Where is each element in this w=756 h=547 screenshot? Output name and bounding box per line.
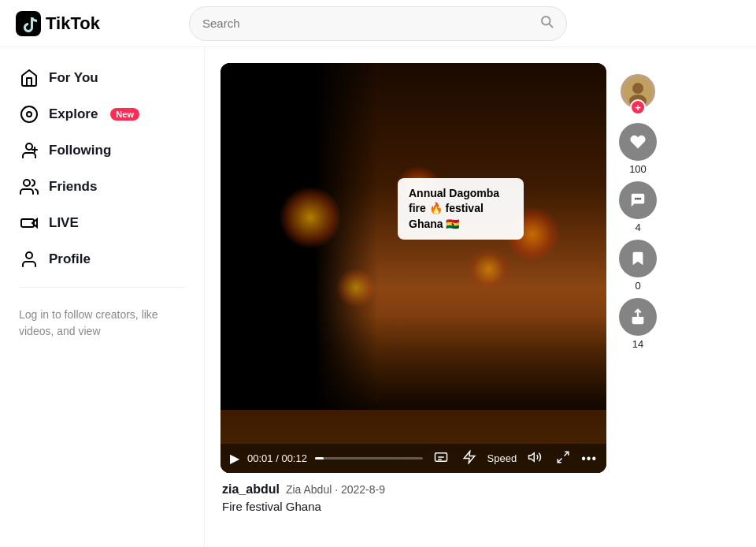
fullscreen-icon [556,450,570,464]
logo-area: TikTok [16,11,173,36]
creator-fullname: Zia Abdul · 2022-8-9 [286,483,385,496]
more-options-button[interactable]: ••• [581,452,597,466]
sidebar-item-for-you[interactable]: For You [0,60,204,96]
video-meta-top: zia_abdul Zia Abdul · 2022-8-9 [222,482,739,497]
sidebar-label-profile: Profile [49,251,91,267]
sidebar-item-friends[interactable]: Friends [0,169,204,205]
comment-count: 4 [635,221,640,233]
captions-icon [434,450,448,464]
svg-line-18 [558,459,561,463]
svg-point-24 [639,198,641,200]
svg-point-23 [637,198,639,200]
video-card: Annual Dagomba fire 🔥 festival Ghana 🇬🇭 … [220,63,740,531]
sidebar-item-explore[interactable]: Explore New [0,96,204,132]
bookmark-icon-circle [619,240,657,277]
speed-label[interactable]: Speed [487,452,517,464]
creator-avatar-wrap[interactable]: + [619,73,657,110]
svg-line-17 [565,452,569,456]
search-bar-container [173,6,583,41]
like-count: 100 [629,163,647,175]
logo-text: TikTok [46,13,100,34]
svg-point-5 [26,143,32,150]
effects-icon [462,450,476,464]
bookmark-icon [629,250,647,267]
live-icon [19,213,39,233]
share-icon [629,308,647,326]
side-actions: + 100 4 [619,63,657,473]
search-bar [189,6,567,41]
search-icon [539,14,554,28]
progress-fill [315,457,324,460]
svg-marker-16 [529,453,535,462]
svg-line-2 [549,24,552,27]
fire-glow-4 [336,268,376,307]
svg-point-4 [27,112,32,117]
svg-marker-15 [464,452,475,463]
explore-icon [19,104,39,125]
play-button[interactable]: ▶ [230,451,239,466]
search-button[interactable] [539,14,554,32]
follow-plus-button[interactable]: + [630,99,646,115]
tiktok-logo-icon [16,11,41,36]
comment-button[interactable]: 4 [619,181,657,233]
share-count: 14 [632,338,643,350]
sidebar-label-following: Following [49,143,111,158]
sidebar-divider [19,287,185,288]
heart-icon [629,133,647,151]
comment-icon-circle [619,181,657,219]
svg-point-11 [26,252,32,259]
sidebar-label-friends: Friends [49,179,97,195]
explore-badge: New [110,108,139,121]
bookmark-button[interactable]: 0 [619,240,657,292]
crowd-layer [220,315,606,410]
sidebar-item-profile[interactable]: Profile [0,241,204,277]
sidebar-label-explore: Explore [49,106,98,122]
share-button[interactable]: 14 [619,298,657,350]
svg-point-22 [635,198,637,200]
like-icon-circle [619,123,657,161]
sidebar-label-live: LIVE [49,215,79,231]
main-layout: For You Explore New Following Friends [0,47,756,547]
sidebar-item-live[interactable]: LIVE [0,205,204,241]
progress-bar[interactable] [315,457,423,460]
share-icon-circle [619,298,657,336]
effects-button[interactable] [459,450,480,467]
home-icon [19,68,39,88]
sidebar-label-for-you: For You [49,70,98,86]
svg-point-3 [21,106,37,122]
fire-glow-5 [467,247,510,291]
svg-point-8 [24,180,30,186]
svg-point-20 [632,83,643,94]
friends-icon [19,177,39,197]
volume-button[interactable] [524,450,545,467]
volume-icon [528,450,542,464]
sidebar: For You Explore New Following Friends [0,47,205,547]
header: TikTok [0,0,756,47]
bookmark-count: 0 [635,280,640,292]
fire-glow-1 [279,186,342,249]
captions-button[interactable] [431,450,451,467]
comment-icon [629,192,647,209]
video-overlay-text: Annual Dagomba fire 🔥 festival Ghana 🇬🇭 [398,178,524,240]
sidebar-item-following[interactable]: Following [0,132,204,169]
fullscreen-button[interactable] [553,450,573,467]
like-button[interactable]: 100 [619,123,657,175]
video-player-wrap: Annual Dagomba fire 🔥 festival Ghana 🇬🇭 … [220,63,740,473]
time-display: 00:01 / 00:12 [247,452,307,464]
video-background [220,63,606,473]
following-icon [19,140,39,161]
video-description: Fire festival Ghana [222,500,739,513]
video-container[interactable]: Annual Dagomba fire 🔥 festival Ghana 🇬🇭 … [220,63,606,473]
main-content: Annual Dagomba fire 🔥 festival Ghana 🇬🇭 … [205,47,756,547]
creator-username[interactable]: zia_abdul [222,482,280,497]
profile-icon [19,249,39,270]
video-meta: zia_abdul Zia Abdul · 2022-8-9 Fire fest… [220,482,740,513]
search-input[interactable] [202,17,533,30]
login-prompt: Log in to follow creators, like videos, … [0,297,204,349]
video-controls: ▶ 00:01 / 00:12 [220,444,606,473]
